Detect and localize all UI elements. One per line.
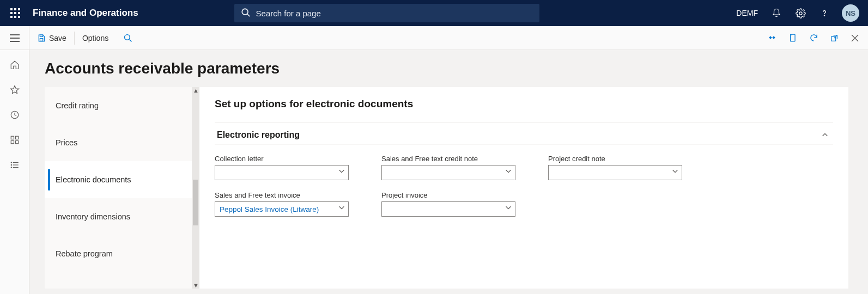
collection-letter-input[interactable] [215,165,349,180]
user-avatar[interactable]: NS [842,4,859,22]
svg-rect-17 [40,38,43,41]
hamburger-icon [10,34,20,42]
field-project-credit-note: Project credit note [548,155,682,180]
waffle-icon [10,8,20,18]
sales-free-credit-note-combo[interactable] [381,165,515,180]
chevron-down-icon [671,167,679,175]
tab-rebate-program[interactable]: Rebate program [45,235,192,272]
group-header[interactable]: Electronic reporting [215,122,833,145]
notifications-button[interactable] [766,0,787,26]
sales-free-invoice-input[interactable] [215,201,349,217]
left-rail [0,50,29,294]
tabs-scrollbar[interactable]: ▲ ▼ [192,87,199,289]
modules-button[interactable] [10,160,20,170]
svg-rect-6 [10,16,13,18]
list-icon [10,160,20,170]
fields-grid: Collection letter Sales and Free text in… [215,155,833,217]
search-icon [241,8,251,17]
dropdown-button[interactable] [338,204,345,211]
attachment-icon [788,33,798,42]
svg-rect-20 [769,36,772,39]
sales-free-invoice-combo[interactable] [215,201,349,217]
save-icon [37,34,46,42]
panel-wrap: Credit rating Prices Electronic document… [45,87,848,289]
app-launcher-button[interactable] [4,0,26,26]
scrollbar-thumb[interactable] [193,180,198,225]
svg-point-39 [11,167,12,168]
workspaces-button[interactable] [10,135,20,145]
main-form-area: Set up options for electronic documents … [199,87,848,289]
collection-letter-combo[interactable] [215,165,349,180]
chevron-down-icon [505,204,512,211]
parameter-section-tabs: Credit rating Prices Electronic document… [45,87,192,289]
close-icon [851,34,859,42]
tab-label: Inventory dimensions [56,212,130,221]
sales-free-credit-note-input[interactable] [381,165,515,180]
company-indicator[interactable]: DEMF [731,9,763,17]
page-search-button[interactable] [116,26,140,50]
help-icon [820,8,829,18]
gear-icon [796,8,806,19]
tab-label: Rebate program [56,249,113,258]
chevron-down-icon [338,204,345,211]
search-icon [124,34,132,42]
svg-marker-28 [10,86,19,94]
global-search[interactable] [234,4,539,22]
refresh-icon [809,33,818,42]
svg-rect-21 [772,36,775,39]
attachments-button[interactable] [783,28,803,48]
collapse-group-button[interactable] [821,131,833,139]
svg-rect-3 [10,12,13,14]
tab-prices[interactable]: Prices [45,124,192,161]
dropdown-button[interactable] [338,167,345,175]
refresh-button[interactable] [804,28,823,48]
project-credit-note-combo[interactable] [548,165,682,180]
dropdown-button[interactable] [505,167,512,175]
svg-rect-32 [11,141,14,144]
dropdown-button[interactable] [671,167,679,175]
home-button[interactable] [10,60,20,70]
tab-inventory-dimensions[interactable]: Inventory dimensions [45,198,192,235]
close-button[interactable] [845,28,865,48]
svg-rect-0 [10,8,13,10]
page-title: Accounts receivable parameters [45,60,848,77]
svg-rect-1 [14,8,16,10]
personalize-button[interactable] [762,28,782,48]
recent-button[interactable] [10,110,20,120]
command-bar: Save Options [0,26,868,50]
nav-toggle-button[interactable] [0,26,29,50]
grid-icon [10,135,20,145]
chevron-down-icon [505,167,512,175]
dropdown-button[interactable] [505,204,512,211]
options-button[interactable]: Options [75,26,116,50]
help-button[interactable] [814,0,835,26]
project-invoice-input[interactable] [381,201,515,217]
svg-rect-4 [14,12,16,14]
save-button[interactable]: Save [29,26,74,50]
svg-rect-2 [18,8,20,10]
svg-rect-8 [18,16,20,18]
search-input[interactable] [234,4,539,22]
svg-point-18 [125,34,130,40]
group-title: Electronic reporting [215,130,821,140]
field-label: Project credit note [548,155,682,163]
project-credit-note-input[interactable] [548,165,682,180]
tab-label: Credit rating [56,101,99,110]
svg-point-12 [824,15,824,16]
settings-button[interactable] [790,0,811,26]
header-right-group: DEMF NS [731,0,864,26]
section-title: Set up options for electronic documents [215,98,833,110]
field-column-1: Collection letter Sales and Free text in… [215,155,349,217]
tab-credit-rating[interactable]: Credit rating [45,87,192,124]
svg-line-19 [130,39,132,41]
tab-electronic-documents[interactable]: Electronic documents [45,161,192,198]
scroll-down-icon[interactable]: ▼ [193,282,199,289]
svg-point-9 [242,9,248,15]
scroll-up-icon[interactable]: ▲ [193,87,199,94]
favorites-button[interactable] [10,85,20,95]
page-shell: Accounts receivable parameters Credit ra… [0,50,868,294]
field-sales-free-credit-note: Sales and Free text credit note [381,155,515,180]
popout-button[interactable] [824,28,844,48]
project-invoice-combo[interactable] [381,201,515,217]
svg-point-11 [799,11,802,14]
